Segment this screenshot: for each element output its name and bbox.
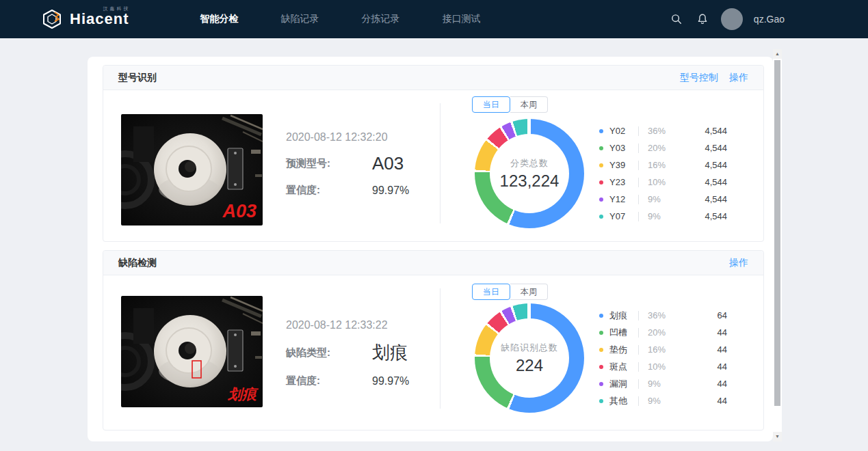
legend-row[interactable]: 其他9%44 <box>599 392 727 409</box>
chart-section: 当日 本周 缺陷识别总数 224 划痕36%64凹槽20%44垫伤16%44斑点… <box>440 275 763 430</box>
legend-separator <box>638 212 639 221</box>
card-header: 缺陷检测 操作 <box>103 251 763 275</box>
donut-center: 缺陷识别总数 224 <box>490 318 569 398</box>
legend-name: Y23 <box>609 177 637 187</box>
content-panel: 型号识别 型号控制 操作 <box>88 57 773 441</box>
logo-icon <box>41 8 63 30</box>
legend-name: Y12 <box>609 194 637 204</box>
nav-item-api-test[interactable]: 接口测试 <box>442 13 480 25</box>
legend-value: 44 <box>678 361 727 372</box>
operation-link[interactable]: 操作 <box>729 257 748 269</box>
timestamp: 2020-08-12 12:32:20 <box>286 131 433 144</box>
legend-row[interactable]: 划痕36%64 <box>599 307 727 324</box>
period-tabs: 当日 本周 <box>472 284 548 300</box>
scrollbar-thumb[interactable] <box>774 60 780 406</box>
tab-today[interactable]: 当日 <box>472 96 510 113</box>
model-recognition-card: 型号识别 型号控制 操作 <box>103 65 764 242</box>
legend-name: 漏洞 <box>609 378 637 390</box>
defect-type-row: 缺陷类型: 划痕 <box>286 341 433 365</box>
user-avatar[interactable] <box>721 8 743 30</box>
legend-dot-icon <box>599 197 603 202</box>
confidence-value: 99.97% <box>372 375 409 387</box>
legend-percent: 20% <box>648 143 678 153</box>
legend-percent: 16% <box>648 344 678 355</box>
legend-dot-icon <box>599 146 603 150</box>
page-content: 型号识别 型号控制 操作 <box>88 57 773 441</box>
legend-separator <box>638 396 639 406</box>
chart-section: 当日 本周 分类总数 123,224 Y0236%4,544Y0320%4,54… <box>440 90 763 241</box>
legend-value: 44 <box>678 344 727 355</box>
legend-row[interactable]: 凹槽20%44 <box>599 324 727 341</box>
scrollbar-down-arrow[interactable]: ▼ <box>773 432 782 441</box>
legend-value: 4,544 <box>678 143 727 153</box>
legend-row[interactable]: Y079%4,544 <box>599 208 727 225</box>
legend-percent: 9% <box>648 194 678 204</box>
navbar-right: qz.Gao <box>669 8 868 30</box>
operation-link[interactable]: 操作 <box>729 72 748 84</box>
model-control-link[interactable]: 型号控制 <box>680 72 718 84</box>
predicted-model-value: A03 <box>372 153 404 174</box>
legend-dot-icon <box>599 331 603 335</box>
legend-name: Y39 <box>609 160 637 170</box>
defect-type-value: 划痕 <box>372 341 408 365</box>
tab-this-week[interactable]: 本周 <box>510 284 548 300</box>
legend-percent: 10% <box>648 177 678 187</box>
legend-row[interactable]: 漏洞9%44 <box>599 375 727 392</box>
legend-row[interactable]: Y0320%4,544 <box>599 139 727 156</box>
legend-row[interactable]: Y129%4,544 <box>599 191 727 208</box>
scrollbar-up-arrow[interactable]: ▲ <box>773 49 782 59</box>
legend-percent: 9% <box>648 379 678 389</box>
tab-today[interactable]: 当日 <box>472 284 510 300</box>
confidence-value: 99.97% <box>372 184 409 197</box>
legend-name: 斑点 <box>609 361 637 373</box>
donut-center-total: 123,224 <box>500 172 560 191</box>
card-body: A03 2020-08-12 12:32:20 预测型号: A03 置信度: 9… <box>103 90 763 241</box>
legend-value: 4,544 <box>678 177 727 187</box>
page-scrollbar: ▲ ▼ <box>773 49 782 441</box>
legend-percent: 9% <box>648 211 678 221</box>
legend-row[interactable]: Y3916%4,544 <box>599 156 727 174</box>
legend-dot-icon <box>599 129 603 133</box>
legend-separator <box>638 345 639 355</box>
legend-dot-icon <box>599 348 603 352</box>
legend-percent: 36% <box>648 126 678 136</box>
legend-separator <box>638 311 639 320</box>
bell-icon[interactable] <box>695 12 710 27</box>
defect-donut-chart[interactable]: 缺陷识别总数 224 <box>475 303 584 413</box>
legend-value: 44 <box>678 396 727 406</box>
navbar: Hiacent 汉鑫科技 智能分检 缺陷记录 分拣记录 接口测试 qz.Gao <box>0 0 868 38</box>
legend-percent: 10% <box>648 361 678 372</box>
search-icon[interactable] <box>669 12 684 27</box>
tab-this-week[interactable]: 本周 <box>510 96 548 113</box>
nav-item-sorting-records[interactable]: 分拣记录 <box>361 13 399 25</box>
card-title: 缺陷检测 <box>118 257 157 269</box>
nav-item-defect-records[interactable]: 缺陷记录 <box>280 13 319 25</box>
legend-separator <box>638 328 639 338</box>
period-tabs: 当日 本周 <box>472 96 548 113</box>
legend-name: Y07 <box>609 211 637 221</box>
legend-row[interactable]: Y0236%4,544 <box>599 122 727 139</box>
card-actions: 操作 <box>729 257 748 269</box>
legend-value: 44 <box>678 379 727 389</box>
legend-separator <box>638 362 639 372</box>
chart-row: 缺陷识别总数 224 划痕36%64凹槽20%44垫伤16%44斑点10%44漏… <box>475 303 727 413</box>
user-name[interactable]: qz.Gao <box>754 14 785 25</box>
legend-dot-icon <box>599 314 603 318</box>
legend-row[interactable]: Y2310%4,544 <box>599 174 727 191</box>
legend-separator <box>638 126 639 136</box>
legend-row[interactable]: 垫伤16%44 <box>599 341 727 358</box>
legend-dot-icon <box>599 382 603 386</box>
brand-subtitle: 汉鑫科技 <box>103 6 130 11</box>
donut-center-label: 缺陷识别总数 <box>501 342 558 354</box>
nav-item-smart-sorting[interactable]: 智能分检 <box>200 13 238 25</box>
legend-name: Y03 <box>609 143 637 153</box>
confidence-label: 置信度: <box>286 374 349 387</box>
legend-row[interactable]: 斑点10%44 <box>599 358 727 375</box>
confidence-row: 置信度: 99.97% <box>286 184 433 197</box>
brand-logo[interactable]: Hiacent 汉鑫科技 <box>41 8 129 30</box>
legend-name: Y02 <box>609 126 637 136</box>
legend-value: 4,544 <box>678 211 727 221</box>
legend-dot-icon <box>599 399 603 403</box>
legend-separator <box>638 195 639 204</box>
classification-donut-chart[interactable]: 分类总数 123,224 <box>475 119 584 228</box>
